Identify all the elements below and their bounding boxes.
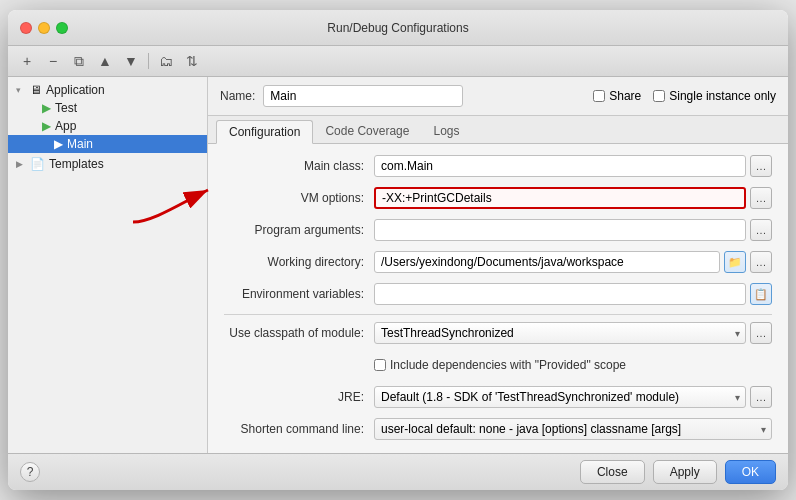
tab-code-coverage-label: Code Coverage: [325, 124, 409, 138]
group-button[interactable]: 🗂: [155, 50, 177, 72]
application-icon: 🖥: [30, 83, 42, 97]
shorten-cmd-control: user-local default: none - java [options…: [374, 418, 772, 440]
vm-options-control: …: [374, 187, 772, 209]
name-label: Name:: [220, 89, 255, 103]
templates-icon: 📄: [30, 157, 45, 171]
config-header: Name: Share Single instance only: [208, 77, 788, 116]
include-deps-label: Include dependencies with "Provided" sco…: [390, 358, 626, 372]
form-content: Main class: … VM options: …: [208, 144, 788, 453]
enable-snapshots-row: Enable capturing form snapshots: [224, 449, 772, 453]
tree-item-application[interactable]: ▾ 🖥 Application: [8, 81, 207, 99]
tree-item-test[interactable]: ▶ Test: [8, 99, 207, 117]
remove-config-button[interactable]: −: [42, 50, 64, 72]
close-button[interactable]: [20, 22, 32, 34]
shorten-cmd-select[interactable]: user-local default: none - java [options…: [374, 418, 772, 440]
working-dir-row: Working directory: 📁 …: [224, 250, 772, 274]
working-dir-label: Working directory:: [224, 255, 374, 269]
tree-item-templates[interactable]: ▶ 📄 Templates: [8, 155, 207, 173]
add-config-button[interactable]: +: [16, 50, 38, 72]
test-label: Test: [55, 101, 77, 115]
close-button[interactable]: Close: [580, 460, 645, 484]
copy-config-button[interactable]: ⧉: [68, 50, 90, 72]
main-class-input[interactable]: [374, 155, 746, 177]
program-args-expand-button[interactable]: …: [750, 219, 772, 241]
vm-options-expand-button[interactable]: …: [750, 187, 772, 209]
share-group: Share: [593, 89, 641, 103]
program-args-label: Program arguments:: [224, 223, 374, 237]
main-class-control: …: [374, 155, 772, 177]
main-class-browse-button[interactable]: …: [750, 155, 772, 177]
main-run-icon: ▶: [54, 137, 63, 151]
vm-options-label: VM options:: [224, 191, 374, 205]
ok-button[interactable]: OK: [725, 460, 776, 484]
vm-options-input[interactable]: [374, 187, 746, 209]
env-vars-label: Environment variables:: [224, 287, 374, 301]
working-dir-input[interactable]: [374, 251, 720, 273]
shorten-cmd-label: Shorten command line:: [224, 422, 374, 436]
jre-control: Default (1.8 - SDK of 'TestThreadSynchro…: [374, 386, 772, 408]
move-down-button[interactable]: ▼: [120, 50, 142, 72]
traffic-lights: [20, 22, 68, 34]
app-icon: ▶: [42, 119, 51, 133]
tab-logs[interactable]: Logs: [421, 120, 471, 144]
include-deps-control: Include dependencies with "Provided" sco…: [374, 358, 772, 372]
sort-button[interactable]: ⇅: [181, 50, 203, 72]
include-deps-row: Include dependencies with "Provided" sco…: [224, 353, 772, 377]
templates-label: Templates: [49, 157, 104, 171]
env-vars-control: 📋: [374, 283, 772, 305]
single-instance-group: Single instance only: [653, 89, 776, 103]
jre-expand-button[interactable]: …: [750, 386, 772, 408]
classpath-label: Use classpath of module:: [224, 326, 374, 340]
tab-bar: Configuration Code Coverage Logs: [208, 116, 788, 144]
include-deps-checkbox[interactable]: [374, 359, 386, 371]
test-icon: ▶: [42, 101, 51, 115]
classpath-expand-button[interactable]: …: [750, 322, 772, 344]
env-vars-browse-button[interactable]: 📋: [750, 283, 772, 305]
main-class-label: Main class:: [224, 159, 374, 173]
jre-select[interactable]: Default (1.8 - SDK of 'TestThreadSynchro…: [374, 386, 746, 408]
toolbar-separator: [148, 53, 149, 69]
config-panel: Name: Share Single instance only: [208, 77, 788, 453]
working-dir-control: 📁 …: [374, 251, 772, 273]
maximize-button[interactable]: [56, 22, 68, 34]
app-label: App: [55, 119, 76, 133]
tab-configuration[interactable]: Configuration: [216, 120, 313, 144]
tree-item-main[interactable]: ▶ Main: [8, 135, 207, 153]
window-title: Run/Debug Configurations: [327, 21, 468, 35]
expand-arrow: ▾: [16, 85, 26, 95]
jre-label: JRE:: [224, 390, 374, 404]
tree-item-app[interactable]: ▶ App: [8, 117, 207, 135]
program-args-row: Program arguments: …: [224, 218, 772, 242]
main-label: Main: [67, 137, 93, 151]
tab-logs-label: Logs: [433, 124, 459, 138]
vm-options-row: VM options: …: [224, 186, 772, 210]
env-vars-row: Environment variables: 📋: [224, 282, 772, 306]
classpath-control: TestThreadSynchronized ▾ …: [374, 322, 772, 344]
toolbar: + − ⧉ ▲ ▼ 🗂 ⇅: [8, 46, 788, 77]
include-deps-group: Include dependencies with "Provided" sco…: [374, 358, 626, 372]
form-divider-1: [224, 314, 772, 315]
config-tree: ▾ 🖥 Application ▶ Test ▶ App ▶ Main ▶: [8, 77, 208, 453]
classpath-row: Use classpath of module: TestThreadSynch…: [224, 321, 772, 345]
titlebar: Run/Debug Configurations: [8, 10, 788, 46]
apply-button[interactable]: Apply: [653, 460, 717, 484]
working-dir-expand-button[interactable]: …: [750, 251, 772, 273]
help-button[interactable]: ?: [20, 462, 40, 482]
tab-configuration-label: Configuration: [229, 125, 300, 139]
program-args-control: …: [374, 219, 772, 241]
tab-code-coverage[interactable]: Code Coverage: [313, 120, 421, 144]
application-label: Application: [46, 83, 105, 97]
single-instance-checkbox[interactable]: [653, 90, 665, 102]
minimize-button[interactable]: [38, 22, 50, 34]
share-checkbox[interactable]: [593, 90, 605, 102]
templates-arrow: ▶: [16, 159, 26, 169]
main-class-row: Main class: …: [224, 154, 772, 178]
shorten-cmd-row: Shorten command line: user-local default…: [224, 417, 772, 441]
program-args-input[interactable]: [374, 219, 746, 241]
move-up-button[interactable]: ▲: [94, 50, 116, 72]
env-vars-input[interactable]: [374, 283, 746, 305]
classpath-select[interactable]: TestThreadSynchronized: [374, 322, 746, 344]
name-input[interactable]: [263, 85, 463, 107]
header-options: Share Single instance only: [593, 89, 776, 103]
working-dir-browse-button[interactable]: 📁: [724, 251, 746, 273]
